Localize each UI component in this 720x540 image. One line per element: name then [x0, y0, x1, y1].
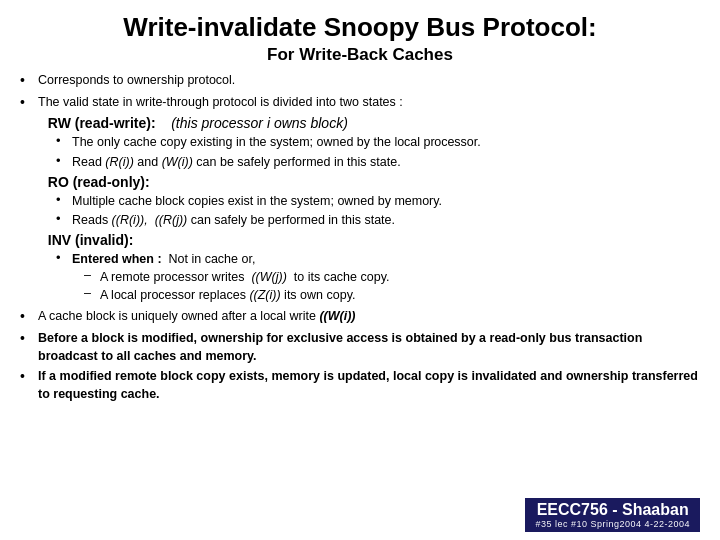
bullet-dot-1: •: [20, 71, 38, 91]
state-inv-sub-1: – A remote processor writes ((W(j)) to i…: [84, 268, 700, 286]
state-rw-header: RW (read-write): (this processor i owns …: [40, 115, 700, 131]
footer-main: EECC756 - Shaaban: [537, 501, 689, 519]
bottom-bullet-1: • A cache block is uniquely owned after …: [20, 307, 700, 327]
state-rw-item-2: • Read (R(i)) and (W(i)) can be safely p…: [56, 153, 700, 171]
state-inv: INV (invalid): • Entered when : Not in c…: [40, 232, 700, 304]
bottom-bullet-2: • Before a block is modified, ownership …: [20, 329, 700, 365]
footer-sub: #35 lec #10 Spring2004 4-22-2004: [535, 519, 690, 529]
state-ro-item-1: • Multiple cache block copies exist in t…: [56, 192, 700, 210]
bullet-2: • The valid state in write-through proto…: [20, 93, 700, 113]
state-inv-sub-2: – A local processor replaces ((Z(i)) its…: [84, 286, 700, 304]
state-rw-item-1: • The only cache copy existing in the sy…: [56, 133, 700, 151]
state-ro-header: RO (read-only):: [40, 174, 700, 190]
slide: Write-invalidate Snoopy Bus Protocol: Fo…: [0, 0, 720, 540]
content: • Corresponds to ownership protocol. • T…: [20, 71, 700, 494]
bullet-text-1: Corresponds to ownership protocol.: [38, 71, 235, 89]
state-inv-main: • Entered when : Not in cache or, – A re…: [56, 250, 700, 304]
bullet-text-2: The valid state in write-through protoco…: [38, 93, 403, 111]
state-ro: RO (read-only): • Multiple cache block c…: [40, 174, 700, 229]
state-rw: RW (read-write): (this processor i owns …: [40, 115, 700, 170]
subtitle: For Write-Back Caches: [20, 45, 700, 65]
footer-box: EECC756 - Shaaban #35 lec #10 Spring2004…: [525, 498, 700, 532]
bottom-bullet-3: • If a modified remote block copy exists…: [20, 367, 700, 403]
state-ro-item-2: • Reads ((R(i)), ((R(j)) can safely be p…: [56, 211, 700, 229]
bullet-dot-2: •: [20, 93, 38, 113]
bullet-1: • Corresponds to ownership protocol.: [20, 71, 700, 91]
title: Write-invalidate Snoopy Bus Protocol:: [20, 12, 700, 43]
footer: EECC756 - Shaaban #35 lec #10 Spring2004…: [20, 498, 700, 532]
state-inv-header: INV (invalid):: [40, 232, 700, 248]
